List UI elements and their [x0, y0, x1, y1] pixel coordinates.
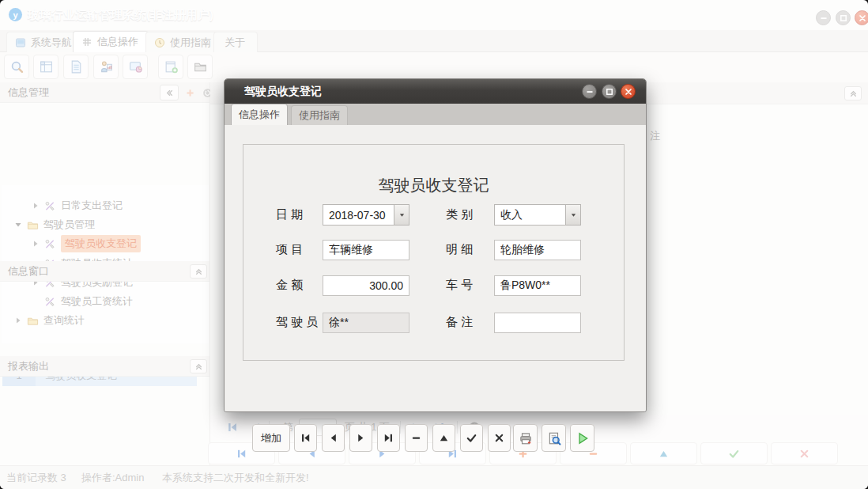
add-record-button[interactable]: 增加: [252, 424, 290, 452]
combo-arrow-button[interactable]: [394, 205, 409, 225]
first-icon: [300, 432, 311, 444]
record-prev-button[interactable]: [322, 424, 345, 452]
record-delete-button[interactable]: [405, 424, 428, 452]
print-preview-icon: [547, 431, 561, 445]
check-icon: [466, 432, 477, 444]
record-first-button[interactable]: [294, 424, 317, 452]
cross-icon: [493, 432, 505, 444]
next-icon: [355, 432, 367, 444]
prev-icon: [327, 432, 339, 444]
amount-input[interactable]: [323, 275, 409, 296]
driver-input: [323, 313, 409, 333]
minimize-icon: [585, 87, 594, 97]
record-last-button[interactable]: [377, 424, 400, 452]
detail-input[interactable]: [494, 240, 581, 260]
amount-label: 金 额: [276, 278, 303, 293]
dialog-title: 驾驶员收支登记: [244, 79, 322, 104]
date-combo[interactable]: [323, 204, 409, 226]
category-input[interactable]: [495, 205, 565, 225]
project-input[interactable]: [323, 240, 409, 260]
form-fieldset: 驾驶员收支登记 日 期 类 别 项 目 明 细 金 额 车 号: [243, 144, 625, 361]
category-combo[interactable]: [494, 204, 581, 226]
last-icon: [383, 432, 394, 444]
maximize-icon: [605, 87, 614, 97]
chevron-down-icon: [570, 211, 577, 218]
dialog-maximize-button[interactable]: [602, 84, 617, 99]
category-label: 类 别: [446, 207, 473, 222]
record-edit-button[interactable]: [432, 424, 455, 452]
combo-arrow-button[interactable]: [565, 205, 580, 225]
detail-label: 明 细: [446, 242, 473, 257]
remark-input[interactable]: [494, 313, 581, 333]
dialog-close-button[interactable]: [621, 84, 636, 99]
printer-icon: [519, 431, 533, 445]
minus-icon: [410, 432, 422, 444]
date-label: 日 期: [276, 207, 303, 222]
date-input[interactable]: [323, 205, 394, 225]
close-icon: [624, 87, 633, 97]
app-window: y 玻璃行业运输管理系统(非注册用户) 系统导航 信息操作 使用指南 关于: [0, 0, 868, 489]
print-button[interactable]: [513, 424, 538, 452]
record-cancel-button[interactable]: [488, 424, 511, 452]
record-save-button[interactable]: [460, 424, 483, 452]
plate-label: 车 号: [446, 278, 473, 293]
remark-label: 备 注: [446, 315, 473, 330]
dialog-body: 驾驶员收支登记 日 期 类 别 项 目 明 细 金 额 车 号: [225, 125, 646, 411]
play-icon: [576, 431, 590, 445]
record-next-button[interactable]: [349, 424, 372, 452]
print-preview-button[interactable]: [542, 424, 566, 452]
project-label: 项 目: [276, 242, 303, 257]
driver-income-dialog: 驾驶员收支登记 信息操作 使用指南 驾驶员收支登记 日 期 类 别: [224, 78, 647, 412]
dialog-titlebar[interactable]: 驾驶员收支登记: [225, 79, 646, 104]
chevron-down-icon: [398, 211, 406, 218]
dialog-tab-user-guide[interactable]: 使用指南: [291, 105, 348, 125]
triangle-up-icon: [438, 432, 450, 444]
driver-label: 驾 驶 员: [276, 315, 318, 330]
dialog-minimize-button[interactable]: [582, 84, 597, 99]
run-button[interactable]: [570, 424, 594, 452]
form-heading: 驾驶员收支登记: [243, 175, 624, 196]
plate-input[interactable]: [494, 275, 581, 296]
dialog-tabstrip: 信息操作 使用指南: [225, 104, 646, 125]
dialog-tab-info-operation[interactable]: 信息操作: [231, 104, 288, 125]
